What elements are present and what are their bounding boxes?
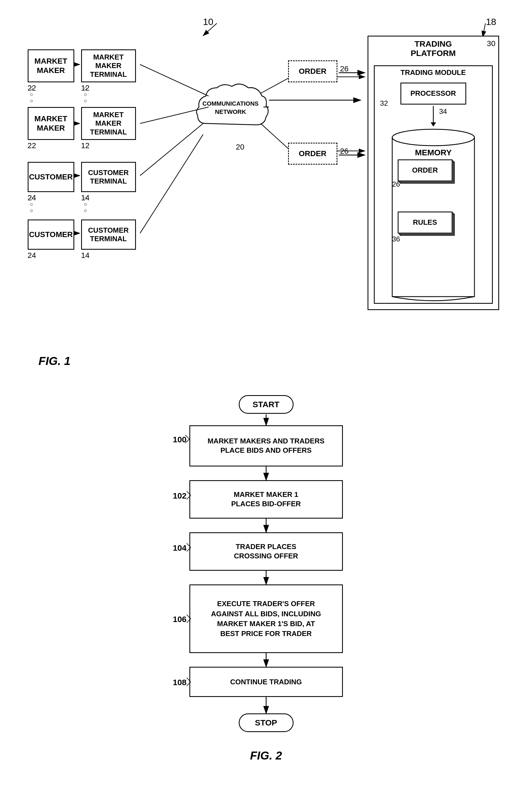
svg-point-26 (392, 129, 474, 146)
rules-stack: RULES (398, 212, 458, 234)
ref-30: 30 (487, 39, 495, 48)
dots-24a: ○○○ (30, 195, 33, 214)
fig2-section: START MARKET MAKERS AND TRADERSPLACE BID… (22, 390, 510, 796)
proc-mem-arrowhead (431, 122, 436, 126)
ref-10: 10 (203, 16, 213, 27)
fig1-diagram: 10 18 (22, 16, 510, 373)
order1-arrow (339, 67, 369, 78)
ref-104-tick (183, 543, 191, 551)
rules-inner-box: RULES (398, 212, 453, 234)
cust-terminal-1-box: CUSTOMERTERMINAL (81, 162, 136, 192)
order-box-2: ORDER (288, 143, 337, 165)
svg-line-1 (483, 23, 486, 37)
ref-102-tick (183, 491, 191, 500)
step-100-box: MARKET MAKERS AND TRADERSPLACE BIDS AND … (189, 425, 343, 467)
dots-14a: ○○○ (84, 195, 87, 214)
ref-24b: 24 (28, 251, 36, 260)
order-box-1: ORDER (288, 60, 337, 82)
svg-text:NETWORK: NETWORK (215, 108, 246, 115)
network-cloud: COMMUNICATIONS NETWORK (192, 79, 269, 140)
step-108-box: CONTINUE TRADING (189, 667, 343, 697)
dots-12a: ○○○ (84, 85, 87, 104)
ref-32: 32 (380, 99, 388, 108)
customer-2-box: CUSTOMER (28, 219, 74, 250)
start-oval: START (239, 395, 293, 414)
proc-mem-arrow (433, 106, 434, 122)
network-arrow-svg (269, 93, 365, 107)
dots-22a: ○○○ (30, 85, 33, 104)
page: 10 18 (0, 0, 532, 796)
svg-text:MEMORY: MEMORY (415, 148, 452, 157)
ref-108-tick (183, 678, 191, 686)
trading-module-box: TRADING MODULE PROCESSOR 34 32 (374, 65, 493, 304)
customer-1-box: CUSTOMER (28, 162, 74, 192)
ref-34: 34 (439, 107, 447, 116)
ref-100-tick (181, 435, 189, 443)
order-inner-box: ORDER (398, 159, 453, 181)
ref-12b: 12 (81, 141, 90, 150)
market-maker-2-box: MARKETMAKER (28, 107, 74, 140)
svg-line-5 (140, 134, 203, 233)
svg-text:COMMUNICATIONS: COMMUNICATIONS (202, 100, 259, 107)
mm-terminal-1-box: MARKETMAKERTERMINAL (81, 49, 136, 82)
step-102-box: MARKET MAKER 1PLACES BID-OFFER (189, 480, 343, 519)
ref-36: 36 (392, 235, 400, 243)
ref-18: 18 (486, 16, 496, 27)
fig1-label: FIG. 1 (39, 355, 71, 368)
ref-22b: 22 (28, 141, 36, 150)
ref-14b: 14 (81, 251, 90, 260)
fig2-diagram: START MARKET MAKERS AND TRADERSPLACE BID… (143, 390, 390, 796)
trading-platform-box: TRADINGPLATFORM 30 TRADING MODULE PROCES… (367, 36, 499, 310)
trading-platform-label: TRADINGPLATFORM (411, 39, 456, 58)
cust-terminal-2-box: CUSTOMERTERMINAL (81, 219, 136, 250)
stop-oval: STOP (239, 713, 293, 732)
mm-terminal-2-box: MARKETMAKERTERMINAL (81, 107, 136, 140)
step-104-box: TRADER PLACESCROSSING OFFER (189, 532, 343, 571)
order2-arrow (339, 149, 369, 161)
fig2-label: FIG. 2 (250, 749, 282, 762)
ref-106-tick (183, 615, 191, 623)
order-stack: ORDER (398, 159, 458, 181)
processor-box: PROCESSOR (400, 83, 466, 105)
step-106-box: EXECUTE TRADER'S OFFERAGAINST ALL BIDS, … (189, 584, 343, 653)
ref-20: 20 (236, 143, 245, 151)
market-maker-1-box: MARKETMAKER (28, 49, 74, 82)
trading-module-label: TRADING MODULE (400, 68, 466, 77)
memory-cylinder: MEMORY ORDER 26 RULES (390, 126, 477, 305)
